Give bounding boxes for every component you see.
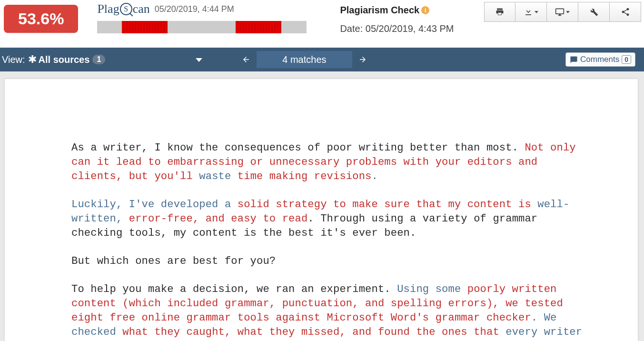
share-button[interactable] <box>610 2 641 22</box>
next-match-button[interactable] <box>352 51 373 68</box>
download-icon <box>524 7 533 17</box>
monitor-icon <box>555 7 565 17</box>
check-title: Plagiarism Check <box>340 5 419 16</box>
document-page: As a writer, I know the consequences of … <box>5 79 638 341</box>
chevron-down-icon <box>535 11 538 13</box>
matches-count[interactable]: 4 matches <box>257 51 352 68</box>
plagiarism-percentage: 53.6% <box>4 5 78 33</box>
print-button[interactable] <box>484 2 515 22</box>
comments-button[interactable]: Comments 0 <box>565 52 635 67</box>
display-button[interactable] <box>547 2 578 22</box>
logo-column: PlagScan 05/20/2019, 4:44 PM <box>97 2 307 33</box>
view-label: View: <box>2 54 25 65</box>
comment-icon <box>570 56 578 64</box>
asterisk-icon: ✱ <box>28 53 37 66</box>
similarity-segment <box>236 21 281 33</box>
nav-bar: View: ✱ All sources 1 4 matches Comments… <box>0 48 644 71</box>
view-name[interactable]: All sources <box>39 54 90 65</box>
prev-match-button[interactable] <box>236 51 257 68</box>
header-row: 53.6% PlagScan 05/20/2019, 4:44 PM Plagi… <box>0 0 644 48</box>
paragraph: To help you make a decision, we ran an e… <box>71 282 585 341</box>
plagscan-logo: PlagScan <box>97 2 149 16</box>
check-date: Date: 05/20/2019, 4:43 PM <box>340 23 484 34</box>
logo-timestamp: 05/20/2019, 4:44 PM <box>155 4 234 14</box>
toolbar <box>484 2 641 22</box>
wrench-icon <box>589 7 599 17</box>
settings-button[interactable] <box>578 2 610 22</box>
info-icon[interactable]: i <box>421 6 429 14</box>
chevron-down-icon <box>196 58 202 62</box>
paragraph: Luckily, I've developed a solid strategy… <box>71 198 585 241</box>
view-dropdown[interactable] <box>196 56 202 63</box>
sources-count-badge: 1 <box>92 55 105 64</box>
download-button[interactable] <box>515 2 547 22</box>
info-column: Plagiarism Check i Date: 05/20/2019, 4:4… <box>340 2 484 34</box>
comments-count: 0 <box>622 55 631 64</box>
paragraph: But which ones are best for you? <box>71 254 585 269</box>
document-area: As a writer, I know the consequences of … <box>0 71 644 341</box>
chevron-down-icon <box>566 11 570 13</box>
similarity-segment <box>122 21 168 33</box>
comments-label: Comments <box>580 55 619 64</box>
arrow-right-icon <box>358 55 367 64</box>
similarity-bar <box>97 21 307 33</box>
document-content: As a writer, I know the consequences of … <box>71 141 585 341</box>
arrow-left-icon <box>242 55 250 64</box>
paragraph: As a writer, I know the consequences of … <box>71 141 585 184</box>
printer-icon <box>495 7 505 17</box>
share-icon <box>621 7 630 17</box>
